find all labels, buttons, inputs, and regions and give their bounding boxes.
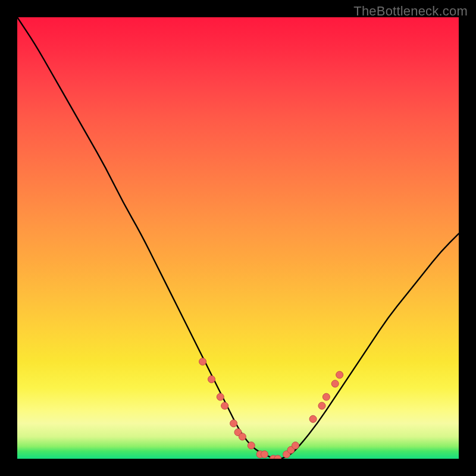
plot-area bbox=[17, 17, 459, 459]
bottleneck-curve bbox=[17, 17, 459, 459]
marker-point bbox=[336, 371, 343, 378]
chart-frame: TheBottleneck.com bbox=[0, 0, 476, 476]
marker-point bbox=[322, 393, 330, 400]
marker-layer bbox=[199, 358, 343, 459]
watermark-text: TheBottleneck.com bbox=[353, 4, 468, 19]
marker-point bbox=[248, 442, 255, 449]
marker-point bbox=[292, 442, 299, 449]
chart-svg bbox=[17, 17, 459, 459]
marker-point bbox=[331, 380, 339, 387]
marker-point bbox=[261, 451, 268, 458]
marker-point bbox=[199, 358, 206, 365]
marker-point bbox=[230, 420, 237, 427]
marker-point bbox=[221, 402, 228, 409]
marker-point bbox=[309, 415, 317, 422]
marker-point bbox=[318, 402, 325, 409]
marker-point bbox=[217, 393, 224, 400]
marker-point bbox=[208, 375, 215, 383]
marker-point bbox=[239, 433, 246, 440]
